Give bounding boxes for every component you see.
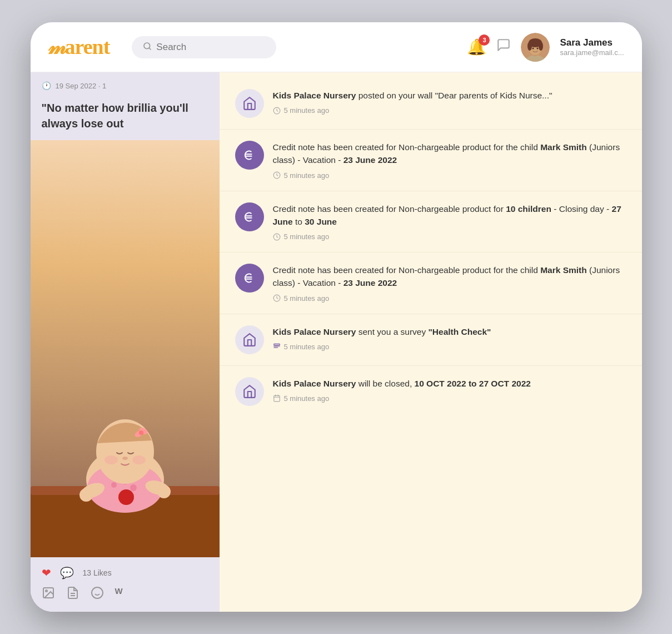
notif-time: 5 minutes ago: [273, 106, 626, 115]
svg-point-28: [104, 455, 118, 464]
notif-text: Kids Palace Nursery will be closed, 10 O…: [273, 377, 626, 390]
notif-content: Kids Palace Nursery sent you a survey "H…: [273, 325, 626, 354]
search-bar[interactable]: [132, 36, 276, 58]
notif-time: 5 minutes ago: [273, 171, 626, 180]
svg-point-10: [537, 47, 539, 49]
time-label: 5 minutes ago: [284, 394, 330, 403]
quote-text: "No matter how brillia you'll always los…: [31, 95, 220, 140]
notif-content: Kids Palace Nursery posted on your wall …: [273, 89, 626, 118]
notif-content: Kids Palace Nursery will be closed, 10 O…: [273, 377, 626, 406]
svg-point-7: [527, 42, 532, 51]
svg-point-8: [539, 42, 543, 51]
school-icon: [235, 377, 264, 406]
euro-icon: [235, 264, 264, 293]
svg-point-21: [157, 485, 171, 498]
svg-point-26: [139, 430, 143, 435]
notif-text: Kids Palace Nursery sent you a survey "H…: [273, 325, 626, 338]
notif-content: Credit note has been created for Non-cha…: [273, 202, 626, 241]
search-icon: [143, 42, 152, 53]
svg-point-34: [92, 587, 103, 598]
heart-icon[interactable]: ❤: [42, 566, 51, 579]
user-info: Sara James sara.jame@mail.c...: [560, 37, 624, 57]
likes-count: 13 Likes: [83, 568, 112, 577]
time-label: 5 minutes ago: [284, 106, 330, 115]
post-meta: 🕐 19 Sep 2022 · 1: [31, 72, 220, 95]
logo: 𝓂arent: [48, 34, 110, 60]
notification-item: Kids Palace Nursery will be closed, 10 O…: [220, 366, 642, 417]
document-icon[interactable]: [66, 586, 79, 603]
baby-image: [31, 140, 220, 557]
euro-icon: [235, 141, 264, 170]
notif-text: Credit note has been created for Non-cha…: [273, 202, 626, 229]
notifications-panel: Kids Palace Nursery posted on your wall …: [220, 72, 642, 612]
post-actions: ❤ 💬 13 Likes: [31, 557, 220, 612]
notification-bell[interactable]: 🔔 3: [467, 38, 486, 56]
time-label: 5 minutes ago: [284, 232, 330, 241]
svg-point-22: [118, 489, 134, 505]
comment-count-icon[interactable]: 💬: [60, 566, 74, 579]
svg-line-1: [149, 48, 151, 49]
notification-badge: 3: [479, 34, 490, 46]
svg-point-17: [130, 484, 137, 491]
image-icon[interactable]: [42, 586, 55, 603]
svg-point-29: [132, 455, 146, 464]
action-icons: W: [42, 586, 208, 603]
svg-rect-42: [273, 346, 280, 346]
app-container: 𝓂arent 🔔 3: [31, 22, 642, 612]
svg-point-27: [122, 457, 128, 460]
notification-item: Credit note has been created for Non-cha…: [220, 252, 642, 314]
chat-icon[interactable]: [496, 38, 511, 56]
main-content: 🕐 19 Sep 2022 · 1 "No matter how brillia…: [31, 72, 642, 612]
user-name: Sara James: [560, 37, 624, 48]
clock-icon: 🕐: [42, 81, 51, 90]
notif-text: Credit note has been created for Non-cha…: [273, 264, 626, 290]
notif-time: 5 minutes ago: [273, 232, 626, 241]
time-label: 5 minutes ago: [284, 343, 330, 351]
time-label: 5 minutes ago: [284, 294, 330, 303]
svg-point-15: [111, 482, 117, 488]
header: 𝓂arent 🔔 3: [31, 22, 642, 72]
svg-rect-41: [273, 344, 280, 345]
user-email: sara.jame@mail.c...: [560, 48, 624, 57]
left-panel: 🕐 19 Sep 2022 · 1 "No matter how brillia…: [31, 72, 220, 612]
svg-point-9: [532, 47, 534, 49]
notif-content: Credit note has been created for Non-cha…: [273, 264, 626, 303]
likes-row: ❤ 💬 13 Likes: [42, 566, 208, 579]
notif-time: 5 minutes ago: [273, 294, 626, 303]
notif-content: Credit note has been created for Non-cha…: [273, 141, 626, 180]
notif-time: 5 minutes ago: [273, 343, 626, 351]
notification-item: Kids Palace Nursery sent you a survey "H…: [220, 314, 642, 366]
svg-point-31: [46, 590, 47, 592]
time-label: 5 minutes ago: [284, 171, 330, 180]
svg-rect-43: [273, 347, 277, 348]
write-icon[interactable]: W: [115, 586, 123, 603]
header-right: 🔔 3: [467, 33, 624, 62]
notification-item: Credit note has been created for Non-cha…: [220, 191, 642, 253]
emoji-icon[interactable]: [91, 586, 104, 603]
notif-time: 5 minutes ago: [273, 394, 626, 403]
post-date: 19 Sep 2022 · 1: [56, 82, 107, 90]
svg-point-20: [79, 488, 93, 502]
search-input[interactable]: [156, 42, 265, 53]
notif-text: Kids Palace Nursery posted on your wall …: [273, 89, 626, 102]
notif-text: Credit note has been created for Non-cha…: [273, 141, 626, 167]
notification-item: Kids Palace Nursery posted on your wall …: [220, 78, 642, 130]
euro-icon: [235, 202, 264, 231]
school-icon: [235, 325, 264, 354]
school-icon: [235, 89, 264, 118]
svg-rect-44: [273, 396, 280, 402]
notification-item: Credit note has been created for Non-cha…: [220, 130, 642, 191]
avatar[interactable]: [521, 33, 550, 62]
